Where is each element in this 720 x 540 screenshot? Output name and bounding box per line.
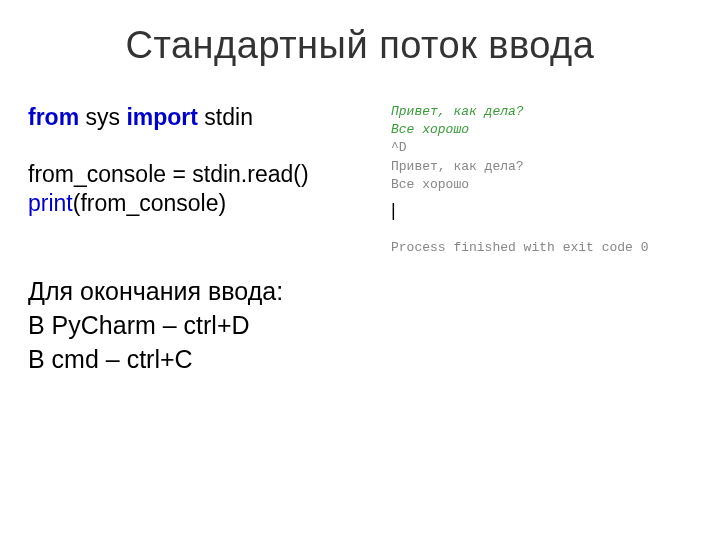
console-output-2: Все хорошо	[391, 176, 692, 194]
right-column: Привет, как дела? Все хорошо ^D Привет, …	[383, 103, 692, 377]
text-rest: (from_console)	[73, 190, 226, 216]
code-line-3: print(from_console)	[28, 189, 383, 218]
console-block: Привет, как дела? Все хорошо ^D Привет, …	[391, 103, 692, 257]
notes-block: Для окончания ввода: В PyCharm – ctrl+D …	[28, 275, 383, 376]
process-line: Process finished with exit code 0	[391, 239, 692, 257]
text-sys: sys	[79, 104, 126, 130]
console-input-1: Привет, как дела?	[391, 103, 692, 121]
console-input-2: Все хорошо	[391, 121, 692, 139]
text-stdin: stdin	[198, 104, 253, 130]
console-output-1: Привет, как дела?	[391, 158, 692, 176]
notes-heading: Для окончания ввода:	[28, 275, 383, 309]
keyword-import: import	[126, 104, 198, 130]
console-ctrl-d: ^D	[391, 139, 692, 157]
code-line-1: from sys import stdin	[28, 103, 383, 132]
notes-cmd: В cmd – ctrl+C	[28, 343, 383, 377]
notes-pycharm: В PyCharm – ctrl+D	[28, 309, 383, 343]
blank-line	[28, 132, 383, 160]
left-column: from sys import stdin from_console = std…	[28, 103, 383, 377]
code-block: from sys import stdin from_console = std…	[28, 103, 383, 217]
content-area: from sys import stdin from_console = std…	[0, 67, 720, 377]
code-line-2: from_console = stdin.read()	[28, 160, 383, 189]
slide-title: Стандартный поток ввода	[0, 0, 720, 67]
cursor-icon: |	[391, 198, 692, 223]
keyword-from: from	[28, 104, 79, 130]
fn-print: print	[28, 190, 73, 216]
